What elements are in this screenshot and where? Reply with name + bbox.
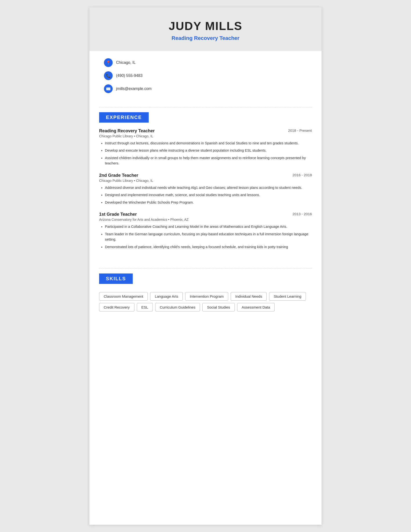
- job-title: 2nd Grade Teacher: [99, 173, 138, 178]
- resume-container: JUDY MILLS Reading Recovery Teacher 📍 Ch…: [89, 7, 322, 525]
- experience-section: EXPERIENCE Reading Recovery Teacher2018 …: [89, 112, 322, 264]
- candidate-title: Reading Recovery Teacher: [99, 35, 312, 41]
- job-date: 2018 - Present: [288, 128, 312, 133]
- job-location: Arizona Conservatory for Arts and Academ…: [99, 218, 312, 221]
- job-bullets: Participated in a Collaborative Coaching…: [99, 224, 312, 249]
- phone-item: 📞 (490) 555-9483: [104, 71, 307, 80]
- skill-tag: Student Learning: [269, 292, 306, 301]
- skill-tag: Social Studies: [202, 303, 234, 312]
- job-top: Reading Recovery Teacher2018 - Present: [99, 128, 312, 133]
- divider-1: [99, 107, 312, 107]
- job-title: 1st Grade Teacher: [99, 212, 137, 217]
- email-text: jmills@example.com: [116, 86, 152, 91]
- skills-grid: Classroom ManagementLanguage ArtsInterve…: [99, 292, 312, 312]
- job-item: Reading Recovery Teacher2018 - PresentCh…: [99, 128, 312, 166]
- list-item: Instruct through out lectures, discussio…: [105, 141, 312, 146]
- location-text: Chicago, IL: [116, 60, 136, 65]
- skills-section: SKILLS Classroom ManagementLanguage Arts…: [89, 274, 322, 321]
- skill-tag: Classroom Management: [99, 292, 148, 301]
- skill-tag: Intervention Program: [185, 292, 228, 301]
- phone-icon: 📞: [104, 71, 113, 80]
- email-item: ✉️ jmills@example.com: [104, 84, 307, 93]
- job-bullets: Addressed diverse and individual needs w…: [99, 185, 312, 205]
- list-item: Developed the Winchester Public Schools …: [105, 200, 312, 205]
- email-icon: ✉️: [104, 84, 113, 93]
- location-icon: 📍: [104, 58, 113, 67]
- job-bullets: Instruct through out lectures, discussio…: [99, 141, 312, 166]
- list-item: Designed and implemented innovative math…: [105, 192, 312, 198]
- job-top: 1st Grade Teacher2013 - 2016: [99, 212, 312, 217]
- job-location: Chicago Public Library • Chicago, IL: [99, 134, 312, 138]
- list-item: Team leader in the German language curri…: [105, 231, 312, 242]
- job-item: 2nd Grade Teacher2016 - 2018Chicago Publ…: [99, 173, 312, 205]
- experience-section-header: EXPERIENCE: [99, 112, 149, 123]
- list-item: Participated in a Collaborative Coaching…: [105, 224, 312, 229]
- job-item: 1st Grade Teacher2013 - 2016Arizona Cons…: [99, 212, 312, 249]
- list-item: Demonstrated lots of patience, identifyi…: [105, 244, 312, 249]
- divider-2: [99, 268, 312, 269]
- list-item: Assisted children individually or in sma…: [105, 155, 312, 166]
- candidate-name: JUDY MILLS: [99, 19, 312, 33]
- list-item: Addressed diverse and individual needs w…: [105, 185, 312, 190]
- job-top: 2nd Grade Teacher2016 - 2018: [99, 173, 312, 178]
- skill-tag: Curriculum Guidelines: [155, 303, 200, 312]
- jobs-container: Reading Recovery Teacher2018 - PresentCh…: [99, 128, 312, 249]
- skill-tag: Individual Needs: [231, 292, 267, 301]
- skill-tag: ESL: [137, 303, 153, 312]
- contact-section: 📍 Chicago, IL 📞 (490) 555-9483 ✉️ jmills…: [89, 51, 322, 102]
- skill-tag: Language Arts: [150, 292, 183, 301]
- phone-text: (490) 555-9483: [116, 74, 142, 78]
- job-location: Chicago Public Library • Chicago, IL: [99, 179, 312, 183]
- header-section: JUDY MILLS Reading Recovery Teacher: [89, 7, 322, 51]
- location-item: 📍 Chicago, IL: [104, 58, 307, 67]
- skill-tag: Assessment Data: [237, 303, 275, 312]
- skills-section-header: SKILLS: [99, 274, 133, 284]
- job-date: 2016 - 2018: [292, 173, 312, 177]
- skill-tag: Credit Recovery: [99, 303, 134, 312]
- list-item: Develop and execute lesson plans while i…: [105, 148, 312, 153]
- job-title: Reading Recovery Teacher: [99, 128, 155, 133]
- job-date: 2013 - 2016: [292, 212, 312, 216]
